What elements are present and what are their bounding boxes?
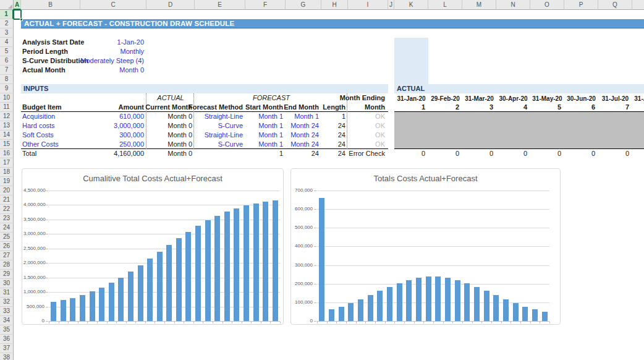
row-header-4[interactable]: 4 bbox=[0, 38, 14, 47]
row-header-2[interactable]: 2 bbox=[0, 19, 14, 28]
chart-bar[interactable] bbox=[397, 283, 402, 321]
row-header-30[interactable]: 30 bbox=[0, 279, 14, 288]
chart-bar[interactable] bbox=[166, 245, 172, 321]
chart-bar[interactable] bbox=[542, 312, 548, 321]
row-header-23[interactable]: 23 bbox=[0, 214, 14, 223]
column-header-o[interactable]: O bbox=[530, 0, 564, 10]
chart-bar[interactable] bbox=[513, 303, 519, 321]
row-header-28[interactable]: 28 bbox=[0, 260, 14, 270]
month-total-zero[interactable]: 0 bbox=[598, 150, 629, 158]
column-header-n[interactable]: N bbox=[496, 0, 530, 10]
column-header-d[interactable]: D bbox=[146, 0, 195, 10]
row-header-10[interactable]: 10 bbox=[0, 93, 14, 103]
chart-bar[interactable] bbox=[157, 252, 163, 321]
title-bar[interactable]: ACTUAL + FORECAST - CONSTRUCTION DRAW SC… bbox=[21, 19, 644, 28]
row-header-11[interactable]: 11 bbox=[0, 103, 14, 112]
row-header-33[interactable]: 33 bbox=[0, 307, 14, 316]
chart-bar[interactable] bbox=[426, 276, 431, 321]
row-header-3[interactable]: 3 bbox=[0, 28, 14, 38]
column-header-l[interactable]: L bbox=[428, 0, 462, 10]
row-header-27[interactable]: 27 bbox=[0, 251, 14, 260]
chart-bar[interactable] bbox=[234, 208, 239, 321]
chart-bar[interactable] bbox=[339, 307, 344, 321]
row-header-5[interactable]: 5 bbox=[0, 47, 14, 56]
column-header-q[interactable]: Q bbox=[598, 0, 632, 10]
chart-bar[interactable] bbox=[474, 287, 480, 321]
row-header-38[interactable]: 38 bbox=[0, 353, 14, 360]
row-header-29[interactable]: 29 bbox=[0, 270, 14, 279]
row-header-15[interactable]: 15 bbox=[0, 140, 14, 149]
cell-current[interactable]: Month 0 bbox=[136, 113, 192, 121]
chart-bar[interactable] bbox=[368, 295, 373, 321]
total-cell-amount[interactable]: 4,160,000 bbox=[68, 150, 144, 158]
chart-bar[interactable] bbox=[253, 204, 259, 321]
chart-bar[interactable] bbox=[61, 300, 66, 321]
month-total-zero[interactable]: 0 bbox=[632, 150, 644, 158]
selected-cell-a1[interactable] bbox=[13, 9, 22, 20]
row-header-35[interactable]: 35 bbox=[0, 325, 14, 335]
chart-bar[interactable] bbox=[445, 278, 451, 321]
chart-bar[interactable] bbox=[51, 302, 56, 321]
row-header-8[interactable]: 8 bbox=[0, 75, 14, 84]
cell-check[interactable]: OK bbox=[328, 140, 385, 148]
chart-bar[interactable] bbox=[70, 298, 75, 321]
monthly-costs-chart[interactable]: Totals Costs Actual+Forecast 0100,000200… bbox=[290, 168, 561, 325]
chart-bar[interactable] bbox=[147, 259, 153, 321]
chart-bar[interactable] bbox=[358, 299, 363, 321]
row-header-32[interactable]: 32 bbox=[0, 298, 14, 307]
month-total-zero[interactable]: 0 bbox=[462, 150, 493, 158]
row-header-14[interactable]: 14 bbox=[0, 131, 14, 140]
column-header-r[interactable]: R bbox=[632, 0, 644, 10]
chart-bar[interactable] bbox=[244, 205, 249, 321]
highlight-box[interactable] bbox=[394, 38, 428, 84]
month-total-zero[interactable]: 0 bbox=[530, 150, 561, 158]
fill-handle[interactable] bbox=[20, 18, 23, 21]
setting-value[interactable]: Moderately Steep (4) bbox=[68, 57, 144, 65]
chart-bar[interactable] bbox=[176, 238, 182, 321]
column-header-p[interactable]: P bbox=[564, 0, 598, 10]
row-header-19[interactable]: 19 bbox=[0, 177, 14, 186]
chart-bar[interactable] bbox=[493, 295, 499, 321]
row-header-37[interactable]: 37 bbox=[0, 344, 14, 353]
row-header-17[interactable]: 17 bbox=[0, 158, 14, 168]
column-header-k[interactable]: K bbox=[394, 0, 428, 10]
cell-amount[interactable]: 250,000 bbox=[68, 140, 144, 148]
total-cell-check[interactable]: Error Check bbox=[328, 150, 385, 158]
row-header-7[interactable]: 7 bbox=[0, 66, 14, 75]
chart-bar[interactable] bbox=[532, 309, 538, 321]
cell-amount[interactable]: 300,000 bbox=[68, 131, 144, 139]
actual-months-empty-block[interactable] bbox=[394, 111, 644, 149]
chart-bar[interactable] bbox=[118, 278, 124, 321]
row-header-18[interactable]: 18 bbox=[0, 168, 14, 177]
row-header-26[interactable]: 26 bbox=[0, 242, 14, 251]
chart-bar[interactable] bbox=[273, 200, 278, 321]
chart-bar[interactable] bbox=[128, 272, 133, 321]
chart-bar[interactable] bbox=[484, 291, 489, 321]
column-header-j[interactable]: J bbox=[388, 0, 394, 10]
column-header-e[interactable]: E bbox=[195, 0, 245, 10]
chart-bar[interactable] bbox=[195, 226, 201, 321]
row-header-6[interactable]: 6 bbox=[0, 56, 14, 66]
cell-current[interactable]: Month 0 bbox=[136, 140, 192, 148]
chart-bar[interactable] bbox=[435, 276, 441, 321]
cumulative-costs-chart[interactable]: Cumalitive Total Costs Actual+Forecast 0… bbox=[22, 168, 284, 325]
row-header-24[interactable]: 24 bbox=[0, 223, 14, 233]
cell-check[interactable]: OK bbox=[328, 113, 385, 121]
column-header-a[interactable]: A bbox=[14, 0, 21, 10]
cell-check[interactable]: OK bbox=[328, 131, 385, 139]
cell-current[interactable]: Month 0 bbox=[136, 122, 192, 130]
chart-bar[interactable] bbox=[185, 232, 191, 321]
chart-bar[interactable] bbox=[109, 283, 114, 321]
column-header-b[interactable]: B bbox=[21, 0, 80, 10]
chart-bar[interactable] bbox=[138, 265, 143, 321]
total-cell-current[interactable]: Month 0 bbox=[136, 150, 192, 158]
chart-bar[interactable] bbox=[99, 288, 104, 321]
chart-bar[interactable] bbox=[224, 212, 230, 321]
chart-bar[interactable] bbox=[319, 198, 324, 321]
month-total-zero[interactable]: 0 bbox=[564, 150, 595, 158]
row-header-36[interactable]: 36 bbox=[0, 335, 14, 344]
row-header-31[interactable]: 31 bbox=[0, 288, 14, 298]
month-total-zero[interactable]: 0 bbox=[394, 150, 425, 158]
chart-bar[interactable] bbox=[455, 280, 460, 321]
setting-value[interactable]: Monthly bbox=[68, 48, 144, 56]
